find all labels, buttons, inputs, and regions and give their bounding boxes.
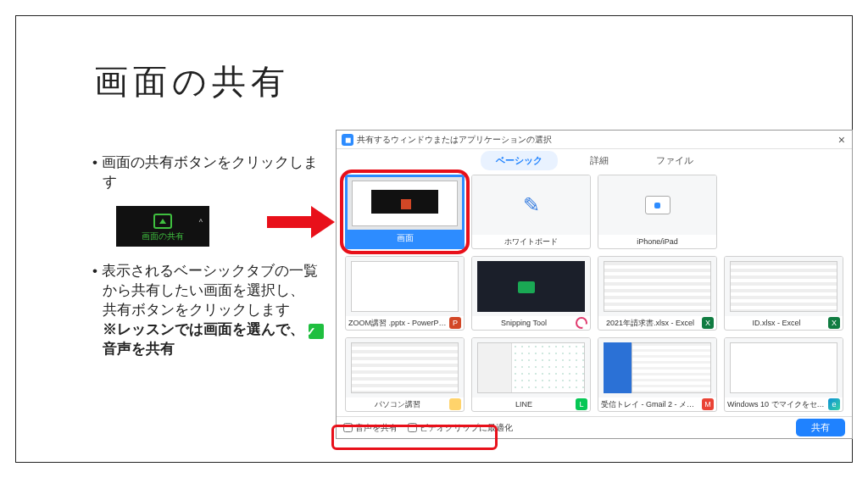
tile-snipping-tool[interactable]: Snipping Tool [471, 256, 591, 331]
folder-icon [449, 398, 461, 410]
tile-explorer-folder[interactable]: パソコン講習 [345, 337, 465, 412]
share-button[interactable]: 共有 [796, 419, 845, 436]
powerpoint-icon: P [449, 317, 461, 329]
share-screen-button-demo[interactable]: ^ 画面の共有 [116, 206, 209, 247]
bullet-step-2: 表示されるベーシックタブの一覧から共有したい画面を選択し、 共有ボタンをクリック… [92, 262, 330, 359]
instruction-list: 画面の共有ボタンをクリックします ^ 画面の共有 表示されるベーシックタブの一覧… [92, 153, 330, 373]
tile-excel-id[interactable]: ID.xlsx - ExcelX [724, 256, 843, 331]
excel-icon: X [702, 317, 714, 329]
tile-gmail[interactable]: 受信トレイ - Gmail 2 - メールM [598, 337, 717, 412]
share-screen-icon [153, 214, 172, 229]
highlight-ring-screen [340, 170, 470, 254]
dialog-titlebar: ◼ 共有するウィンドウまたはアプリケーションの選択 × [337, 131, 852, 149]
bullet-step-2-note: ※レッスンでは画面を選んで、 ✓ 音声を共有 [103, 321, 324, 357]
tile-powerpoint[interactable]: ZOOM講習 .pptx - PowerPointP [345, 256, 465, 331]
red-arrow [267, 201, 335, 242]
scissors-icon [576, 317, 587, 329]
bullet-step-2-line2: 共有ボタンをクリックします [103, 302, 290, 318]
tab-basic[interactable]: ベーシック [481, 151, 558, 170]
pen-icon: ✎ [523, 193, 540, 217]
zoom-app-icon: ◼ [342, 134, 353, 146]
bullet-step-2-line1: 表示されるベーシックタブの一覧から共有したい画面を選択し、 [102, 263, 318, 298]
share-dialog: ◼ 共有するウィンドウまたはアプリケーションの選択 × ベーシック 詳細 ファイ… [336, 130, 853, 439]
tile-whiteboard[interactable]: ✎ ホワイトボード [471, 175, 591, 249]
check-icon: ✓ [309, 324, 324, 339]
slide-frame: 画面の共有 画面の共有ボタンをクリックします ^ 画面の共有 表示されるベーシッ… [15, 15, 853, 463]
tab-files[interactable]: ファイル [641, 151, 709, 170]
page-title: 画面の共有 [94, 58, 290, 105]
mail-icon: M [702, 398, 714, 410]
tile-edge-browser[interactable]: Windows 10 でマイクをセットアッ...e [724, 337, 843, 412]
close-icon[interactable]: × [838, 133, 845, 147]
tile-line[interactable]: LINEL [471, 337, 591, 412]
highlight-ring-share-audio [331, 425, 498, 450]
share-screen-button-label: 画面の共有 [142, 231, 184, 242]
dialog-title: 共有するウィンドウまたはアプリケーションの選択 [357, 134, 552, 146]
tile-excel-invoice[interactable]: 2021年請求書.xlsx - ExcelX [598, 256, 717, 331]
share-source-grid: 画面 ✎ ホワイトボード iPhone/iPad ZOOM講習 .pptx - … [337, 171, 852, 415]
airplay-icon [645, 196, 670, 214]
dialog-tabs: ベーシック 詳細 ファイル [337, 149, 852, 171]
tile-iphone-ipad[interactable]: iPhone/iPad [598, 175, 717, 249]
tab-advanced[interactable]: 詳細 [575, 151, 624, 170]
bullet-step-1: 画面の共有ボタンをクリックします [92, 153, 330, 192]
line-app-icon: L [576, 398, 587, 410]
chevron-up-icon: ^ [199, 218, 203, 226]
edge-icon: e [828, 398, 840, 410]
excel-icon: X [828, 317, 840, 329]
